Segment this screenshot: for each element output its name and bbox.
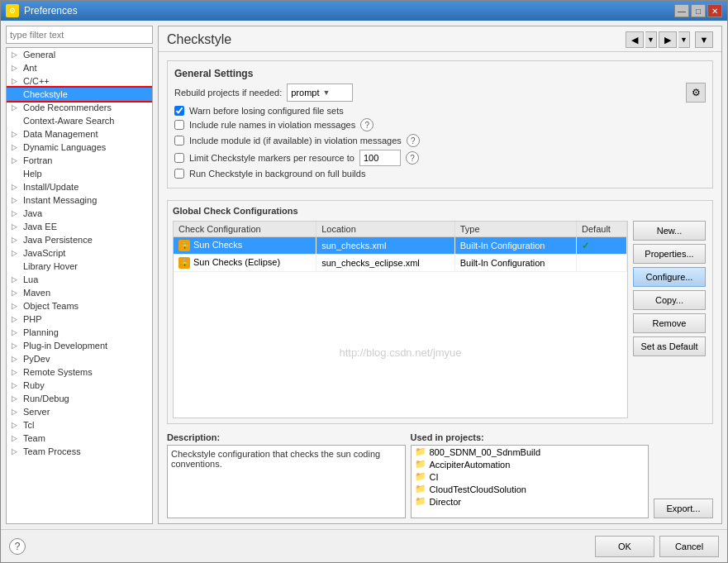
sidebar-item-plugin-development[interactable]: ▷Plug-in Development: [7, 339, 152, 352]
forward-dropdown[interactable]: ▼: [678, 31, 690, 48]
check-table-container[interactable]: Check ConfigurationLocationTypeDefault 🔒…: [173, 221, 628, 418]
bottom-section: Description: Checkstyle configuration th…: [159, 432, 721, 523]
sidebar-item-java[interactable]: ▷Java: [7, 207, 152, 220]
list-item[interactable]: 📁CloudTestCloudSolution: [412, 483, 649, 495]
sidebar-item-lua[interactable]: ▷Lua: [7, 273, 152, 286]
tree-arrow-icon: ▷: [12, 222, 20, 231]
bottom-bar: ? OK Cancel: [1, 529, 727, 562]
help-button[interactable]: ?: [9, 538, 26, 555]
table-btn-configure---[interactable]: Configure...: [633, 267, 706, 287]
sidebar-item-pydev[interactable]: ▷PyDev: [7, 352, 152, 365]
checkbox-rule-names[interactable]: [174, 120, 184, 130]
filter-input[interactable]: [6, 26, 153, 44]
project-name: 800_SDNM_00_SdnmBuild: [430, 447, 541, 457]
table-btn-properties---[interactable]: Properties...: [633, 244, 706, 264]
sidebar-item-java-persistence[interactable]: ▷Java Persistence: [7, 233, 152, 246]
list-item[interactable]: 📁Director: [412, 495, 649, 508]
content-header: Checkstyle ◀ ▼ ▶ ▼ ▼: [159, 26, 721, 52]
export-button[interactable]: Export...: [654, 499, 713, 518]
preferences-window: ⚙ Preferences — □ ✕ ▷General▷Ant▷C/C++Ch…: [0, 0, 728, 563]
checkbox-background[interactable]: [174, 169, 184, 179]
sidebar-item-php[interactable]: ▷PHP: [7, 313, 152, 326]
projects-label: Used in projects:: [411, 432, 649, 442]
checkbox-module-id[interactable]: [174, 136, 184, 146]
tree-arrow-icon: ▷: [12, 209, 20, 217]
projects-area: Used in projects: 📁800_SDNM_00_SdnmBuild…: [411, 432, 649, 518]
help-icon-module-id[interactable]: ?: [407, 134, 420, 147]
forward-button[interactable]: ▶: [659, 31, 677, 48]
tree-arrow-icon: ▷: [12, 355, 20, 363]
tree-arrow-icon: ▷: [12, 421, 20, 429]
sidebar-item-cpp[interactable]: ▷C/C++: [7, 74, 152, 88]
general-settings-label: General Settings: [174, 68, 706, 79]
sidebar-item-code-recommenders[interactable]: ▷Code Recommenders: [7, 101, 152, 114]
table-btn-copy---[interactable]: Copy...: [633, 290, 706, 310]
project-name: Director: [430, 497, 462, 507]
sidebar-item-instant-messaging[interactable]: ▷Instant Messaging: [7, 193, 152, 207]
sidebar-item-planning[interactable]: ▷Planning: [7, 326, 152, 339]
minimize-button[interactable]: —: [674, 4, 689, 17]
nav-buttons: ◀ ▼ ▶ ▼ ▼: [626, 31, 713, 48]
sidebar-item-checkstyle[interactable]: Checkstyle: [7, 88, 152, 101]
tree-arrow-icon: ▷: [12, 183, 20, 191]
sidebar-item-run-debug[interactable]: ▷Run/Debug: [7, 392, 152, 405]
sidebar-item-context-aware-search[interactable]: Context-Aware Search: [7, 114, 152, 127]
limit-input[interactable]: [359, 150, 401, 166]
checkbox-row-limit: Limit Checkstyle markers per resource to…: [174, 150, 706, 166]
sidebar-item-object-teams[interactable]: ▷Object Teams: [7, 299, 152, 313]
sidebar-item-tcl[interactable]: ▷Tcl: [7, 418, 152, 432]
table-cell-3: [577, 255, 627, 272]
sidebar-item-server[interactable]: ▷Server: [7, 405, 152, 418]
checkbox-limit[interactable]: [174, 153, 184, 163]
back-button[interactable]: ◀: [626, 31, 644, 48]
tree-arrow-icon: ▷: [12, 249, 20, 257]
tree-arrow-icon: ▷: [12, 77, 20, 85]
table-header: Check ConfigurationLocationTypeDefault: [174, 222, 627, 237]
sidebar-item-fortran[interactable]: ▷Fortran: [7, 154, 152, 167]
close-button[interactable]: ✕: [707, 4, 722, 17]
table-btn-set-as-default[interactable]: Set as Default: [633, 336, 706, 356]
sidebar-item-dynamic-languages[interactable]: ▷Dynamic Languages: [7, 141, 152, 154]
folder-icon: 📁: [415, 484, 426, 494]
rebuild-dropdown[interactable]: prompt ▼: [287, 83, 353, 102]
checkbox-warn[interactable]: [174, 106, 184, 116]
help-icon-rule-names[interactable]: ?: [360, 118, 374, 131]
project-name: CloudTestCloudSolution: [430, 484, 526, 494]
sidebar-item-team-process[interactable]: ▷Team Process: [7, 445, 152, 458]
sidebar-item-maven[interactable]: ▷Maven: [7, 286, 152, 299]
sidebar-item-java-ee[interactable]: ▷Java EE: [7, 220, 152, 233]
table-row[interactable]: 🔒Sun Checks (Eclipse)sun_checks_eclipse.…: [174, 255, 627, 272]
sidebar-item-general[interactable]: ▷General: [7, 48, 152, 61]
rebuild-label: Rebuild projects if needed:: [174, 88, 282, 98]
list-item[interactable]: 📁AccipiterAutomation: [412, 458, 649, 470]
sidebar-item-help[interactable]: Help: [7, 167, 152, 180]
maximize-button[interactable]: □: [691, 4, 706, 17]
projects-list[interactable]: 📁800_SDNM_00_SdnmBuild📁AccipiterAutomati…: [411, 445, 649, 518]
sidebar-item-install-update[interactable]: ▷Install/Update: [7, 180, 152, 193]
sidebar-item-javascript[interactable]: ▷JavaScript: [7, 246, 152, 260]
ok-button[interactable]: OK: [595, 536, 654, 557]
tree-arrow-icon: ▷: [12, 236, 20, 244]
menu-button[interactable]: ▼: [695, 31, 713, 48]
tree-container[interactable]: ▷General▷Ant▷C/C++Checkstyle▷Code Recomm…: [6, 47, 153, 524]
back-dropdown[interactable]: ▼: [645, 31, 657, 48]
table-row[interactable]: 🔒Sun Checkssun_checks.xmlBuilt-In Config…: [174, 237, 627, 255]
list-item[interactable]: 📁CI: [412, 470, 649, 483]
sidebar-item-ruby[interactable]: ▷Ruby: [7, 379, 152, 392]
sidebar-item-library-hover[interactable]: Library Hover: [7, 260, 152, 273]
gear-icon[interactable]: ⚙: [686, 83, 706, 103]
table-btn-new---[interactable]: New...: [633, 221, 706, 241]
list-item[interactable]: 📁800_SDNM_00_SdnmBuild: [412, 446, 649, 458]
content-body: General Settings Rebuild projects if nee…: [159, 52, 721, 432]
sidebar-item-data-management[interactable]: ▷Data Management: [7, 127, 152, 141]
tree-arrow-icon: ▷: [12, 103, 20, 112]
help-icon-limit[interactable]: ?: [406, 151, 419, 165]
sidebar-item-team[interactable]: ▷Team: [7, 432, 152, 445]
sidebar-item-remote-systems[interactable]: ▷Remote Systems: [7, 365, 152, 379]
cancel-button[interactable]: Cancel: [659, 536, 719, 557]
sidebar-item-ant[interactable]: ▷Ant: [7, 61, 152, 74]
tree-arrow-icon: ▷: [12, 394, 20, 403]
table-btn-remove[interactable]: Remove: [633, 313, 706, 333]
tree-arrow-icon: ▷: [12, 50, 20, 59]
table-col-type: Type: [454, 222, 576, 237]
